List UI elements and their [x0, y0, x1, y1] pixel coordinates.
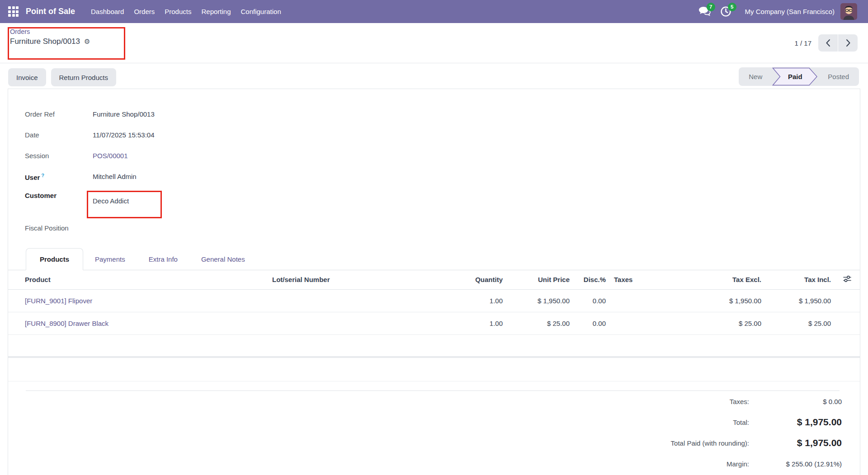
statusbar: New Paid Posted: [739, 67, 859, 86]
column-header-unit-price[interactable]: Unit Price: [506, 270, 573, 289]
tab-products[interactable]: Products: [26, 248, 83, 270]
messages-button[interactable]: 7: [697, 5, 712, 19]
activities-button[interactable]: 5: [718, 5, 734, 19]
optional-columns-button[interactable]: [835, 270, 860, 289]
list-bottom-spacer: [8, 358, 860, 381]
pager-next-button[interactable]: [838, 34, 858, 52]
order-lines-table: Product Lot/serial Number Quantity Unit …: [8, 270, 860, 358]
totals-value-total-paid: $ 1,975.00: [749, 437, 842, 448]
stage-paid[interactable]: Paid: [772, 67, 818, 86]
field-value-user: Mitchell Admin: [93, 173, 137, 183]
help-icon[interactable]: ?: [41, 173, 44, 178]
cell-unit-price: $ 1,950.00: [506, 289, 573, 312]
column-header-taxes[interactable]: Taxes: [609, 270, 655, 289]
activities-count-badge: 5: [728, 3, 736, 11]
cell-quantity: 1.00: [389, 312, 506, 334]
field-label-fiscal-position: Fiscal Position: [25, 224, 93, 234]
table-row[interactable]: [FURN_9001] Flipover 1.00 $ 1,950.00 0.0…: [8, 289, 860, 312]
cell-tax-excl: $ 25.00: [655, 312, 765, 334]
totals-label-total: Total:: [733, 419, 749, 426]
totals-value-taxes: $ 0.00: [749, 398, 842, 405]
stage-new[interactable]: New: [739, 73, 772, 80]
field-value-session-link[interactable]: POS/00001: [93, 152, 128, 160]
cell-unit-price: $ 25.00: [506, 312, 573, 334]
field-value-date: 11/07/2025 15:53:04: [93, 131, 155, 141]
breadcrumb: Orders Furniture Shop/0013 ⚙: [10, 27, 90, 46]
totals-label-taxes: Taxes:: [730, 398, 749, 405]
totals-label-total-paid: Total Paid (with rounding):: [671, 439, 749, 447]
page-title: Furniture Shop/0013: [10, 37, 80, 46]
column-header-tax-incl[interactable]: Tax Incl.: [765, 270, 835, 289]
page: Point of Sale Dashboard Orders Products …: [0, 0, 868, 475]
column-header-tax-excl[interactable]: Tax Excl.: [655, 270, 765, 289]
action-bar: Invoice Return Products New Paid Posted: [0, 63, 868, 89]
column-header-disc[interactable]: Disc.%: [573, 270, 609, 289]
column-header-quantity[interactable]: Quantity: [389, 270, 506, 289]
tab-general-notes[interactable]: General Notes: [189, 249, 257, 270]
sliders-icon: [843, 275, 851, 282]
pager-value: 1 / 17: [794, 39, 811, 47]
user-avatar[interactable]: [840, 3, 857, 20]
menu-dashboard[interactable]: Dashboard: [86, 5, 129, 18]
cell-quantity: 1.00: [389, 289, 506, 312]
column-header-product[interactable]: Product: [8, 270, 269, 289]
order-totals: Taxes: $ 0.00 Total: $ 1,975.00 Total Pa…: [8, 391, 860, 474]
table-row[interactable]: [FURN_8900] Drawer Black 1.00 $ 25.00 0.…: [8, 312, 860, 334]
field-label-order-ref: Order Ref: [25, 110, 93, 120]
order-form-sheet: Order Ref Furniture Shop/0013 Date 11/07…: [8, 89, 860, 475]
table-header-row: Product Lot/serial Number Quantity Unit …: [8, 270, 860, 289]
column-header-lot-serial[interactable]: Lot/serial Number: [269, 270, 389, 289]
top-navbar: Point of Sale Dashboard Orders Products …: [0, 0, 868, 23]
pager-previous-button[interactable]: [818, 34, 838, 52]
menu-reporting[interactable]: Reporting: [196, 5, 236, 18]
empty-table-row: [8, 334, 860, 357]
field-label-customer: Customer: [25, 192, 93, 219]
tab-extra-info[interactable]: Extra Info: [137, 249, 189, 270]
totals-value-total: $ 1,975.00: [749, 417, 842, 428]
field-label-session: Session: [25, 152, 93, 162]
breadcrumb-orders-link[interactable]: Orders: [10, 27, 30, 36]
control-panel: Orders Furniture Shop/0013 ⚙ 1 / 17: [0, 23, 868, 63]
cell-disc: 0.00: [573, 289, 609, 312]
notebook-tabs: Products Payments Extra Info General Not…: [8, 246, 860, 270]
stage-posted[interactable]: Posted: [818, 73, 859, 80]
menu-configuration[interactable]: Configuration: [236, 5, 286, 18]
chevron-right-icon: [845, 39, 851, 47]
order-fields: Order Ref Furniture Shop/0013 Date 11/07…: [8, 110, 860, 234]
product-link[interactable]: [FURN_9001] Flipover: [25, 297, 92, 305]
app-name[interactable]: Point of Sale: [26, 7, 75, 16]
field-label-user: User?: [25, 173, 93, 183]
product-link[interactable]: [FURN_8900] Drawer Black: [25, 320, 108, 327]
cell-tax-incl: $ 1,950.00: [765, 289, 835, 312]
field-value-customer[interactable]: Deco Addict: [93, 192, 129, 219]
invoice-button[interactable]: Invoice: [8, 68, 46, 86]
company-switcher[interactable]: My Company (San Francisco): [745, 8, 835, 15]
field-label-date: Date: [25, 131, 93, 141]
tab-payments[interactable]: Payments: [83, 249, 137, 270]
totals-value-margin: $ 255.00 (12.91%): [749, 460, 842, 468]
cell-tax-incl: $ 25.00: [765, 312, 835, 334]
gear-icon[interactable]: ⚙: [84, 38, 90, 46]
pager: 1 / 17: [794, 34, 858, 52]
menu-orders[interactable]: Orders: [129, 5, 160, 18]
cell-disc: 0.00: [573, 312, 609, 334]
totals-label-margin: Margin:: [726, 460, 749, 468]
main-menu: Dashboard Orders Products Reporting Conf…: [86, 5, 286, 18]
cell-tax-excl: $ 1,950.00: [655, 289, 765, 312]
field-value-order-ref: Furniture Shop/0013: [93, 110, 155, 120]
menu-products[interactable]: Products: [160, 5, 196, 18]
chevron-left-icon: [826, 39, 831, 47]
return-products-button[interactable]: Return Products: [51, 68, 116, 86]
avatar-image: [840, 3, 857, 20]
apps-menu-icon[interactable]: [8, 6, 19, 17]
messages-count-badge: 7: [707, 3, 715, 11]
